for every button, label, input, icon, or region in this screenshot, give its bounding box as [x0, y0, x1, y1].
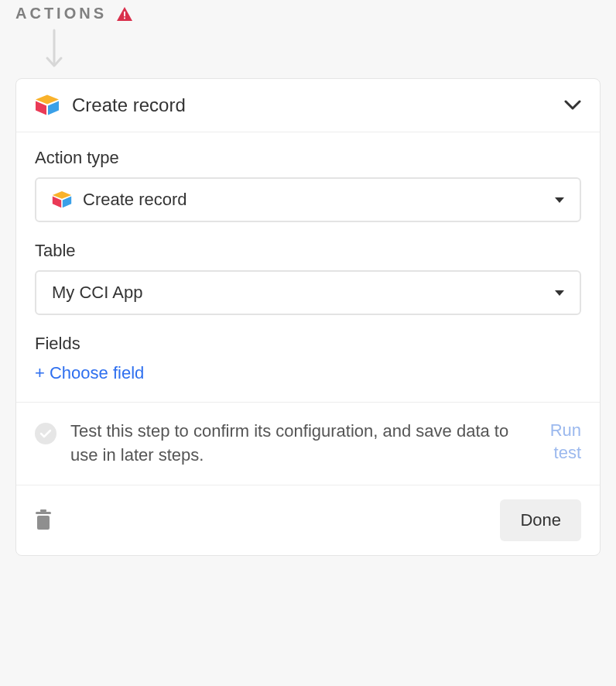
test-description: Test this step to confirm its configurat…: [70, 420, 521, 468]
action-type-value: Create record: [83, 190, 544, 210]
card-title: Create record: [72, 94, 552, 116]
actions-header: ACTIONS: [15, 0, 601, 22]
action-type-label: Action type: [35, 148, 581, 168]
action-card: Create record Action type Create record: [15, 78, 601, 556]
warning-icon: [116, 6, 133, 22]
fields-label: Fields: [35, 334, 581, 354]
chevron-down-icon: [564, 100, 581, 111]
caret-down-icon: [555, 197, 564, 203]
config-section: Action type Create record Table My CCI A…: [16, 132, 600, 403]
choose-field-button[interactable]: + Choose field: [35, 363, 581, 383]
card-header[interactable]: Create record: [16, 79, 600, 132]
run-test-button[interactable]: Run test: [535, 420, 581, 464]
done-button[interactable]: Done: [500, 499, 581, 541]
check-circle-icon: [35, 423, 56, 444]
caret-down-icon: [555, 290, 564, 296]
test-section: Test this step to confirm its configurat…: [16, 403, 600, 485]
svg-rect-9: [37, 516, 50, 530]
fields-group: Fields + Choose field: [35, 334, 581, 383]
svg-rect-0: [124, 11, 125, 15]
airtable-icon: [52, 191, 72, 208]
flow-arrow-icon: [43, 29, 601, 72]
delete-button[interactable]: [35, 509, 52, 531]
footer-section: Done: [16, 485, 600, 555]
svg-rect-11: [40, 509, 46, 512]
airtable-icon: [35, 94, 60, 116]
table-value: My CCI App: [52, 283, 544, 303]
svg-rect-10: [36, 512, 51, 514]
actions-label: ACTIONS: [15, 5, 107, 22]
table-group: Table My CCI App: [35, 241, 581, 315]
action-type-select[interactable]: Create record: [35, 177, 581, 222]
svg-rect-1: [124, 17, 125, 19]
table-label: Table: [35, 241, 581, 261]
table-select[interactable]: My CCI App: [35, 270, 581, 315]
action-type-group: Action type Create record: [35, 148, 581, 222]
